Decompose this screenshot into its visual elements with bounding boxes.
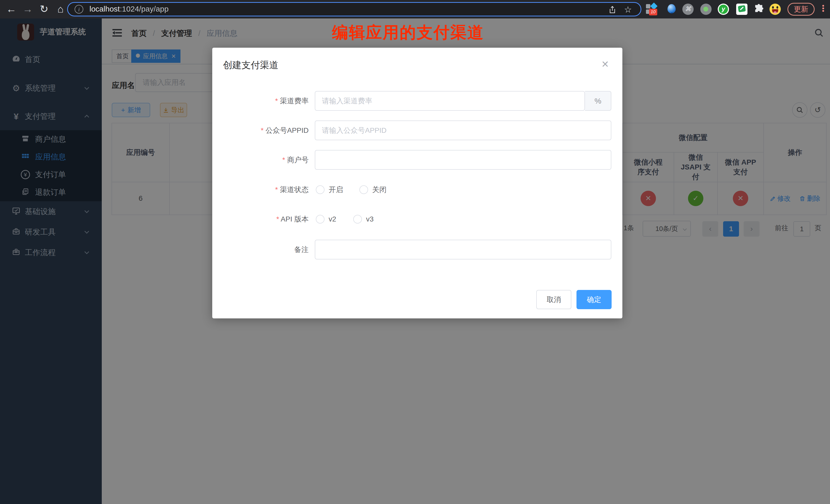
radio-api-v3[interactable]: v3 (353, 214, 374, 225)
forward-icon[interactable]: → (20, 0, 35, 19)
url-host: localhost (90, 5, 120, 13)
extension-tabs-icon[interactable]: 10 (646, 4, 657, 15)
url-text[interactable]: localhost:1024/pay/app (90, 5, 169, 13)
annotation-text: 编辑应用的支付渠道 (332, 22, 484, 43)
profile-avatar-icon[interactable] (769, 4, 781, 15)
site-info-icon[interactable]: i (74, 5, 83, 13)
radio-label: 关闭 (372, 185, 387, 195)
radio-label: v3 (366, 215, 374, 223)
extensions-puzzle-icon[interactable] (753, 4, 764, 15)
radio-circle-icon (316, 215, 324, 224)
browser-menu-icon[interactable] (822, 4, 824, 12)
radio-circle-icon (359, 185, 368, 194)
create-payment-channel-dialog: 创建支付渠道 ✕ 渠道费率 % 公众号APPID 商户号 渠道状态 开启 关闭 … (212, 48, 622, 318)
extension-y-icon[interactable]: y (718, 4, 729, 15)
field-label-appid: 公众号APPID (216, 121, 309, 140)
extension-dot-icon[interactable] (700, 4, 711, 15)
page-viewport: 芋道管理系统 首页 ⚙ 系统管理 ¥ 支付管理 商户信息 应用信息 ¥ (0, 19, 830, 504)
browser-toolbar: ← → ↻ ⌂ i localhost:1024/pay/app ☆ 10 ⌘ … (0, 0, 830, 19)
field-label-remark: 备注 (216, 240, 309, 259)
appid-input[interactable] (315, 121, 611, 140)
bookmark-star-icon[interactable]: ☆ (624, 4, 632, 14)
back-icon[interactable]: ← (4, 0, 19, 19)
url-path: :1024/pay/app (120, 5, 168, 13)
radio-status-closed[interactable]: 关闭 (359, 184, 387, 195)
radio-label: v2 (329, 215, 336, 223)
percent-suffix: % (585, 91, 611, 111)
cancel-button[interactable]: 取消 (536, 290, 571, 309)
address-bar[interactable]: i localhost:1024/pay/app ☆ (67, 2, 641, 17)
field-label-merchant: 商户号 (216, 150, 309, 170)
merchant-id-input[interactable] (315, 150, 611, 170)
radio-label: 开启 (329, 185, 343, 195)
channel-rate-input[interactable] (315, 91, 585, 111)
share-icon[interactable] (609, 6, 616, 13)
chrome-update-button[interactable]: 更新 (788, 3, 815, 15)
radio-status-open[interactable]: 开启 (316, 184, 343, 195)
radio-circle-icon (316, 185, 324, 194)
confirm-button[interactable]: 确定 (576, 290, 612, 309)
extension-balloon-icon[interactable] (667, 4, 678, 15)
remark-input[interactable] (315, 240, 611, 259)
field-label-api-version: API 版本 (216, 214, 309, 225)
field-label-rate: 渠道费率 (216, 91, 309, 111)
extension-badge: 10 (649, 9, 657, 15)
radio-api-v2[interactable]: v2 (316, 214, 336, 225)
radio-circle-icon (353, 215, 362, 224)
extension-command-icon[interactable]: ⌘ (682, 4, 694, 15)
dialog-close-icon[interactable]: ✕ (601, 59, 609, 70)
field-label-status: 渠道状态 (216, 184, 309, 195)
dialog-title: 创建支付渠道 (223, 59, 278, 71)
extension-chat-icon[interactable] (736, 4, 747, 15)
home-icon[interactable]: ⌂ (53, 0, 68, 19)
reload-icon[interactable]: ↻ (36, 0, 52, 19)
